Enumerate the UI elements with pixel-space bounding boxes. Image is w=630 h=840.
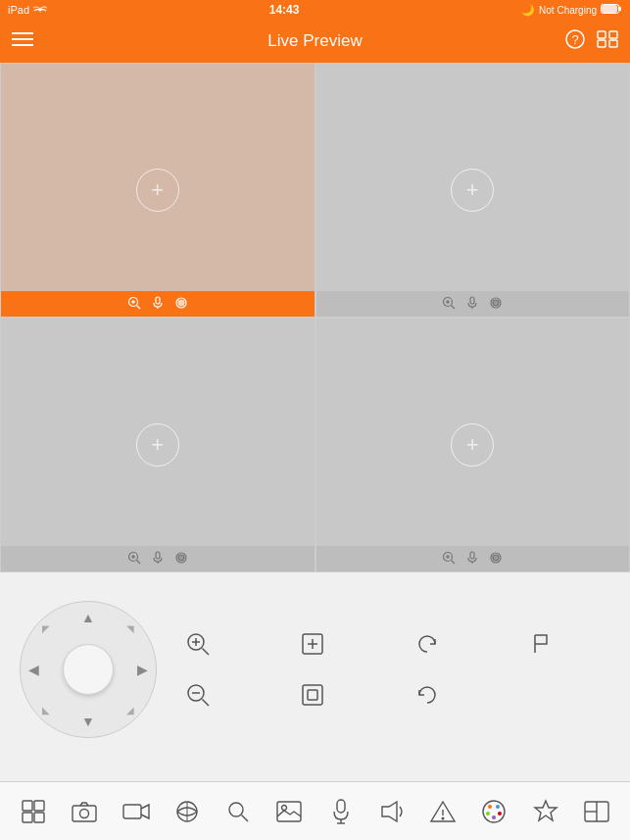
joystick-downright[interactable]: ◢: [126, 705, 134, 716]
svg-rect-57: [23, 801, 32, 811]
mic-icon-2[interactable]: [467, 296, 477, 313]
svg-rect-32: [156, 552, 160, 559]
grid-cell-3[interactable]: +: [0, 318, 315, 572]
svg-line-45: [203, 648, 210, 655]
record-icon-3[interactable]: [174, 551, 188, 568]
zoom-icon-3[interactable]: [127, 551, 141, 568]
star-button[interactable]: [522, 788, 569, 835]
mic-icon-4[interactable]: [467, 551, 477, 568]
ipad-label: iPad: [8, 4, 29, 16]
fit-frame-button[interactable]: [291, 622, 334, 666]
zoom-icon-1[interactable]: [127, 296, 141, 313]
svg-rect-10: [598, 40, 606, 47]
svg-point-80: [498, 812, 502, 815]
zoom-icon-2[interactable]: [442, 296, 456, 313]
svg-point-75: [442, 817, 444, 819]
video-button[interactable]: [113, 788, 160, 835]
svg-line-13: [136, 305, 140, 309]
add-source-1[interactable]: +: [136, 169, 179, 212]
zoom-in-button[interactable]: [176, 622, 219, 666]
zoom-icon-4[interactable]: [442, 551, 456, 568]
camera-button[interactable]: [61, 788, 108, 835]
grid-layout-button[interactable]: [10, 788, 57, 835]
add-source-2[interactable]: +: [451, 169, 494, 212]
joystick-downleft[interactable]: ◣: [42, 705, 50, 716]
nav-bar: Live Preview ?: [0, 20, 630, 63]
nav-title: Live Preview: [267, 20, 362, 63]
svg-point-77: [488, 805, 492, 809]
mic-icon-3[interactable]: [153, 551, 163, 568]
svg-point-65: [229, 803, 243, 816]
svg-point-62: [80, 809, 89, 817]
svg-marker-72: [382, 802, 397, 821]
help-icon[interactable]: ?: [565, 29, 585, 54]
joystick-upleft[interactable]: ◤: [42, 623, 50, 634]
svg-rect-60: [34, 813, 44, 822]
status-right: 🌙 Not Charging: [521, 3, 622, 17]
joystick-down[interactable]: ▼: [81, 714, 95, 729]
svg-line-53: [203, 699, 210, 706]
svg-rect-58: [34, 801, 44, 811]
svg-rect-11: [609, 40, 617, 47]
color-button[interactable]: [470, 788, 517, 835]
record-icon-2[interactable]: [489, 296, 503, 313]
warning-button[interactable]: [419, 788, 466, 835]
zoom-out-button[interactable]: [176, 673, 219, 716]
layout-icon[interactable]: [597, 30, 618, 53]
speaker-button[interactable]: [368, 788, 415, 835]
svg-point-43: [493, 555, 499, 561]
search-button[interactable]: [215, 788, 262, 835]
grid-cell-4[interactable]: +: [315, 318, 631, 572]
svg-point-19: [178, 300, 184, 306]
empty-button: [519, 673, 562, 716]
joystick[interactable]: ▲ ▼ ◀ ▶ ◤ ◥ ◣ ◢: [20, 601, 157, 738]
rotate-view-button[interactable]: [164, 788, 211, 835]
svg-text:?: ?: [571, 32, 578, 47]
joystick-center[interactable]: [63, 644, 114, 695]
svg-point-81: [492, 815, 496, 819]
add-source-4[interactable]: +: [451, 423, 494, 467]
svg-line-21: [452, 305, 456, 309]
svg-point-35: [178, 555, 184, 561]
battery-status-text: Not Charging: [539, 5, 597, 16]
status-bar: iPad 14:43 🌙 Not Charging: [0, 0, 630, 20]
joystick-upright[interactable]: ◥: [126, 623, 134, 634]
svg-rect-63: [123, 805, 141, 818]
svg-rect-1: [603, 6, 617, 13]
layout2-button[interactable]: [573, 788, 620, 835]
menu-icon[interactable]: [12, 31, 33, 52]
joystick-right[interactable]: ▶: [137, 662, 148, 677]
record-icon-4[interactable]: [489, 551, 503, 568]
joystick-up[interactable]: ▲: [81, 610, 95, 625]
add-source-3[interactable]: +: [136, 423, 179, 467]
expand-button[interactable]: [291, 673, 334, 716]
svg-rect-16: [156, 297, 160, 304]
mic-button[interactable]: [317, 788, 364, 835]
rotate-ccw-button[interactable]: [406, 673, 449, 716]
svg-point-68: [282, 805, 287, 810]
nav-left: [12, 31, 33, 52]
svg-rect-24: [470, 297, 474, 304]
grid-cell-2[interactable]: +: [315, 63, 631, 318]
record-icon-1[interactable]: [174, 296, 188, 313]
cell-toolbar-4: [316, 546, 630, 571]
wifi-icon: [33, 4, 47, 16]
rotate-cw-button[interactable]: [406, 622, 449, 666]
svg-line-66: [242, 815, 249, 821]
grid-cell-1[interactable]: +: [0, 63, 315, 318]
svg-rect-9: [609, 31, 617, 38]
moon-icon: 🌙: [521, 4, 535, 17]
svg-point-27: [493, 300, 499, 306]
cell-toolbar-1: [1, 291, 315, 317]
flag-button[interactable]: [519, 622, 562, 666]
battery-icon: [601, 3, 622, 17]
svg-line-37: [452, 560, 456, 564]
nav-right: ?: [565, 29, 618, 54]
image-button[interactable]: [266, 788, 313, 835]
svg-rect-61: [73, 806, 96, 821]
bottom-toolbar: [0, 781, 630, 840]
joystick-left[interactable]: ◀: [28, 662, 39, 677]
mic-icon-1[interactable]: [153, 296, 163, 313]
svg-marker-82: [535, 801, 557, 820]
status-time: 14:43: [269, 3, 300, 17]
